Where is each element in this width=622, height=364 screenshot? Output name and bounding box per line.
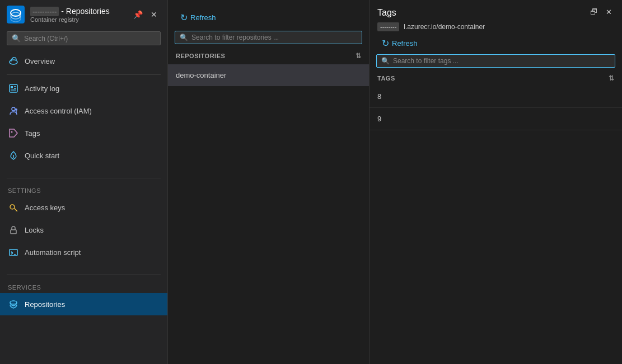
repos-filter-input-wrapper[interactable]: 🔍 <box>175 31 362 44</box>
key-icon <box>8 202 19 213</box>
sidebar-item-automation-script[interactable]: Automation script <box>0 241 167 263</box>
sidebar-item-activity-log[interactable]: Activity log <box>0 77 167 100</box>
repos-col-header-label: REPOSITORIES <box>176 53 225 59</box>
spacer-1 <box>0 167 167 176</box>
tags-refresh-icon: ↻ <box>382 38 389 49</box>
nav-divider-2 <box>7 178 161 178</box>
sidebar-item-locks[interactable]: Locks <box>0 219 167 241</box>
repo-item-demo-container[interactable]: demo-container <box>168 64 369 86</box>
sidebar-item-tags[interactable]: Tags <box>0 122 167 144</box>
tag-item-8-value: 8 <box>377 92 381 101</box>
nav-divider-1 <box>7 74 161 75</box>
services-section-label: SERVICES <box>0 277 167 293</box>
tags-toolbar: ↻ Refresh <box>370 36 622 54</box>
sidebar-item-overview-label: Overview <box>25 57 55 65</box>
sidebar-search-box[interactable]: 🔍 <box>7 31 161 45</box>
tags-filter-input[interactable] <box>393 57 610 65</box>
iam-icon <box>8 105 19 116</box>
repo-icon <box>8 299 19 310</box>
sidebar-item-quickstart[interactable]: Quick start <box>0 144 167 167</box>
app-icon <box>7 6 25 23</box>
log-icon <box>8 83 19 94</box>
sidebar-item-quickstart-label: Quick start <box>25 152 59 160</box>
tags-refresh-button[interactable]: ↻ Refresh <box>378 36 421 51</box>
svg-point-13 <box>11 131 13 133</box>
repos-search-icon: 🔍 <box>180 34 188 41</box>
tags-panel-top: Tags 🗗 ✕ <box>370 0 622 20</box>
panel-container: ↻ Refresh 🔍 REPOSITORIES ⇅ demo-containe… <box>168 0 622 364</box>
repos-filter-input[interactable] <box>191 34 357 41</box>
top-window-controls: 📌 ✕ <box>130 9 161 20</box>
tags-col-header-label: TAGS <box>377 75 395 82</box>
tags-filter-input-wrapper[interactable]: 🔍 <box>376 54 615 68</box>
sidebar-header: ---------- - Repositories Container regi… <box>0 0 167 27</box>
svg-rect-6 <box>11 86 13 88</box>
search-input[interactable] <box>24 35 156 42</box>
sidebar-item-overview[interactable]: Overview <box>0 50 167 72</box>
sidebar-item-repositories-label: Repositories <box>25 300 65 309</box>
sidebar-item-access-keys-label: Access keys <box>25 204 65 212</box>
tags-url-badge: -------- <box>377 22 399 31</box>
repos-panel: ↻ Refresh 🔍 REPOSITORIES ⇅ demo-containe… <box>168 0 370 364</box>
sidebar-item-access-keys[interactable]: Access keys <box>0 196 167 219</box>
svg-rect-0 <box>7 6 25 23</box>
repos-sort-icon[interactable]: ⇅ <box>356 52 362 60</box>
tags-restore-button[interactable]: 🗗 <box>587 6 601 17</box>
svg-rect-18 <box>11 230 16 234</box>
sidebar: ---------- - Repositories Container regi… <box>0 0 168 364</box>
sidebar-subtitle: Container registry <box>30 16 110 23</box>
tag-item-9[interactable]: 9 <box>370 108 622 130</box>
main-content: ↻ Refresh 🔍 REPOSITORIES ⇅ demo-containe… <box>168 0 622 364</box>
sidebar-item-tags-label: Tags <box>25 129 40 138</box>
sidebar-item-iam-label: Access control (IAM) <box>25 107 92 115</box>
sidebar-item-activity-log-label: Activity log <box>25 84 59 93</box>
sidebar-item-locks-label: Locks <box>25 226 44 234</box>
repos-col-header: REPOSITORIES ⇅ <box>168 49 369 63</box>
tag-icon <box>8 127 19 139</box>
tag-item-9-value: 9 <box>377 115 381 123</box>
sidebar-item-access-control[interactable]: Access control (IAM) <box>0 100 167 122</box>
sidebar-title-block: ---------- - Repositories Container regi… <box>30 7 110 23</box>
search-icon: 🔍 <box>12 34 21 42</box>
refresh-icon: ↻ <box>180 12 188 23</box>
repos-refresh-label: Refresh <box>190 13 216 22</box>
tags-close-button[interactable]: ✕ <box>602 6 615 17</box>
spacer-2 <box>0 263 167 272</box>
svg-point-23 <box>10 301 17 304</box>
tags-panel: Tags 🗗 ✕ -------- l.azurecr.io/demo-cont… <box>370 0 622 364</box>
sidebar-nav: Overview Activity log Access control (IA… <box>0 50 167 364</box>
close-button[interactable]: ✕ <box>147 9 161 20</box>
nav-divider-3 <box>7 275 161 275</box>
resource-name: ---------- <box>30 7 59 16</box>
settings-section-label: SETTINGS <box>0 181 167 196</box>
svg-point-15 <box>10 205 15 209</box>
repos-toolbar: ↻ Refresh <box>168 0 369 31</box>
tags-col-header: TAGS ⇅ <box>370 71 622 86</box>
svg-point-11 <box>15 108 17 111</box>
tag-item-8[interactable]: 8 <box>370 86 622 108</box>
tags-url-bar: -------- l.azurecr.io/demo-container <box>370 20 622 36</box>
tags-window-controls: 🗗 ✕ <box>587 6 615 17</box>
tags-search-icon: 🔍 <box>381 57 390 65</box>
tags-sort-icon[interactable]: ⇅ <box>609 74 615 82</box>
tags-refresh-label: Refresh <box>392 39 418 48</box>
cloud-icon <box>8 55 19 67</box>
sidebar-item-automation-script-label: Automation script <box>25 248 81 257</box>
auto-icon <box>8 247 19 258</box>
repo-item-name: demo-container <box>176 71 226 79</box>
svg-point-10 <box>12 107 15 111</box>
sidebar-title: - Repositories <box>61 7 109 16</box>
svg-rect-19 <box>10 249 17 256</box>
sidebar-item-repositories[interactable]: Repositories <box>0 293 167 315</box>
repos-refresh-button[interactable]: ↻ Refresh <box>177 10 219 25</box>
pin-button[interactable]: 📌 <box>130 9 146 20</box>
lock-icon <box>8 224 19 235</box>
tags-url-text: l.azurecr.io/demo-container <box>404 23 485 31</box>
quickstart-icon <box>8 150 19 161</box>
tags-panel-title: Tags <box>377 3 396 20</box>
